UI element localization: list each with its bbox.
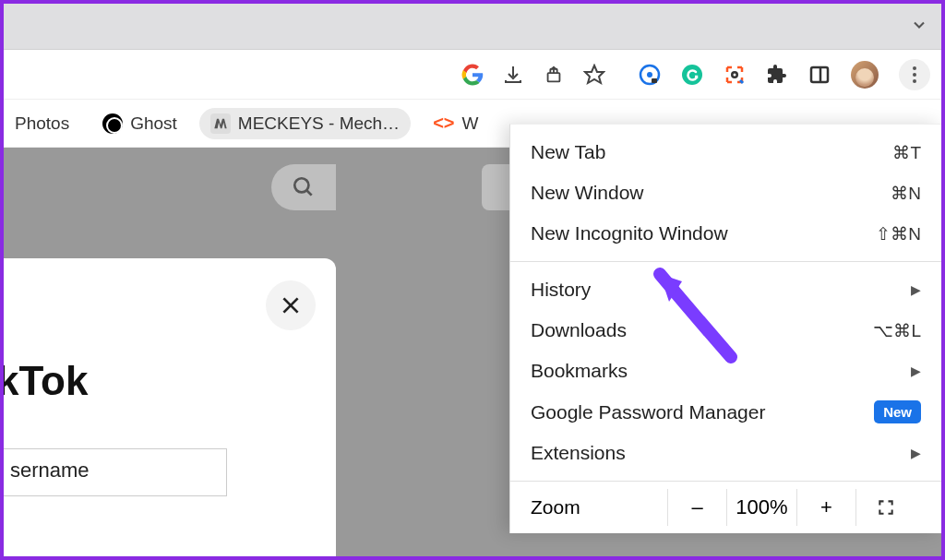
menu-label: Bookmarks <box>531 360 628 382</box>
extensions-area <box>639 59 930 90</box>
zoom-level: 100% <box>726 489 796 526</box>
menu-new-tab[interactable]: New Tab ⌘T <box>510 132 941 173</box>
zoom-out-button[interactable]: – <box>667 489 726 526</box>
chevron-down-icon[interactable] <box>910 16 928 38</box>
chrome-menu: New Tab ⌘T New Window ⌘N New Incognito W… <box>509 124 941 533</box>
side-panel-icon[interactable] <box>808 64 831 86</box>
chrome-menu-button[interactable] <box>899 59 930 90</box>
menu-google-password-manager[interactable]: Google Password Manager New <box>510 391 941 433</box>
bookmark-code[interactable]: <> W <box>422 107 489 139</box>
star-icon[interactable] <box>583 64 605 86</box>
screenshot-icon[interactable] <box>724 64 746 86</box>
login-card: kTok sername <box>4 258 336 556</box>
meckeys-icon <box>210 113 231 134</box>
ghost-icon <box>102 113 123 134</box>
submenu-arrow-icon: ▶ <box>911 282 921 297</box>
fullscreen-button[interactable] <box>855 489 915 526</box>
username-input[interactable]: sername <box>4 448 227 496</box>
submenu-arrow-icon: ▶ <box>911 446 921 460</box>
profile-avatar[interactable] <box>851 61 879 89</box>
menu-label: New Window <box>531 182 644 204</box>
menu-bookmarks[interactable]: Bookmarks ▶ <box>510 351 941 391</box>
menu-shortcut: ⌘T <box>892 142 921 163</box>
google-icon[interactable] <box>461 64 484 86</box>
bookmark-label: Ghost <box>130 113 177 134</box>
new-badge: New <box>874 400 921 423</box>
menu-label: History <box>531 279 591 301</box>
menu-shortcut: ⌘N <box>891 183 921 204</box>
svg-rect-0 <box>548 73 560 81</box>
svg-rect-4 <box>652 78 657 83</box>
submenu-arrow-icon: ▶ <box>911 363 921 378</box>
grammarly-icon[interactable] <box>681 64 703 86</box>
menu-shortcut: ⌥⌘L <box>873 320 921 341</box>
menu-extensions[interactable]: Extensions ▶ <box>510 433 941 473</box>
zoom-in-button[interactable]: + <box>796 489 855 526</box>
menu-new-incognito[interactable]: New Incognito Window ⇧⌘N <box>510 213 941 254</box>
window-titlebar <box>4 4 941 50</box>
privacy-tracker-icon[interactable] <box>639 64 661 86</box>
browser-toolbar <box>4 50 941 100</box>
close-button[interactable] <box>266 280 316 330</box>
menu-label: Zoom <box>531 496 667 518</box>
svg-point-7 <box>734 73 736 76</box>
extensions-puzzle-icon[interactable] <box>766 64 788 86</box>
menu-zoom-row: Zoom – 100% + <box>510 482 941 533</box>
bookmark-photos[interactable]: Photos <box>4 108 80 139</box>
bookmark-label: W <box>461 113 478 134</box>
svg-marker-1 <box>585 66 604 83</box>
menu-new-window[interactable]: New Window ⌘N <box>510 173 941 213</box>
address-bar-actions <box>447 58 620 91</box>
menu-label: New Tab <box>531 141 605 163</box>
menu-label: Downloads <box>531 319 627 341</box>
svg-point-10 <box>294 178 308 192</box>
svg-point-5 <box>682 65 702 85</box>
code-icon: <> <box>433 113 454 134</box>
bookmark-meckeys[interactable]: MECKEYS - Mech… <box>199 108 411 139</box>
menu-downloads[interactable]: Downloads ⌥⌘L <box>510 310 941 351</box>
svg-point-3 <box>647 72 652 77</box>
page-title: kTok <box>4 358 336 404</box>
share-icon[interactable] <box>543 64 565 86</box>
bookmark-label: MECKEYS - Mech… <box>238 113 400 134</box>
menu-label: Google Password Manager <box>531 401 765 423</box>
bookmark-label: Photos <box>15 113 69 134</box>
download-icon[interactable] <box>502 64 524 86</box>
svg-line-11 <box>306 190 311 195</box>
menu-shortcut: ⇧⌘N <box>876 223 921 244</box>
menu-label: Extensions <box>531 442 626 464</box>
bookmark-ghost[interactable]: Ghost <box>91 108 188 139</box>
page-search-button[interactable] <box>271 164 336 210</box>
menu-history[interactable]: History ▶ <box>510 269 941 310</box>
menu-label: New Incognito Window <box>531 222 728 244</box>
